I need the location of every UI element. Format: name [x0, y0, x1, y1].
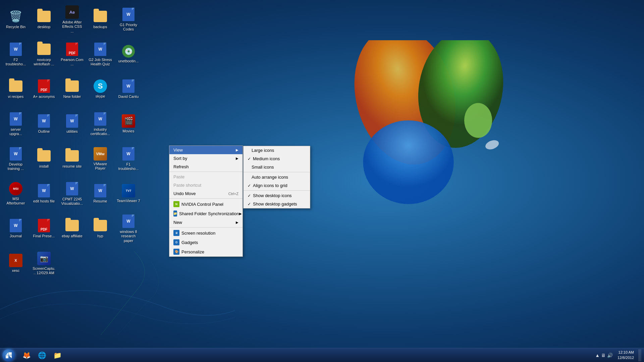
menu-label-gadgets: Gadgets [181, 240, 198, 245]
icon-label-install: install [39, 164, 49, 169]
icon-screencapture[interactable]: 📷 ScreenCaptu... 12/029 AM [31, 247, 57, 280]
menu-label-paste-shortcut: Paste shortcut [173, 183, 201, 188]
icon-g1-priority[interactable]: W G1 Priority Codes [115, 3, 142, 36]
personalize-icon: 🎨 [173, 249, 179, 255]
icon-journal[interactable]: W Journal [3, 212, 29, 245]
svg-point-3 [464, 103, 492, 138]
system-tray: ▲ 🖥 🔊 12:10 AM 12/8/2012 [592, 349, 644, 361]
menu-sep-1 [169, 172, 243, 172]
menu-item-personalize[interactable]: 🎨 Personalize [169, 247, 243, 256]
icon-industry-cert[interactable]: W industry certificatio... [87, 107, 113, 141]
menu-label-refresh: Refresh [173, 164, 189, 169]
submenu-label-align: Align icons to grid [253, 183, 287, 188]
icon-outline[interactable]: W Outline [31, 107, 57, 141]
icon-label-msi: MSI Afterburner [4, 197, 28, 205]
menu-label-undo: Undo Move [173, 191, 196, 196]
submenu-label-medium: Medium icons [253, 156, 280, 161]
icon-teamviewer[interactable]: TV7 TeamViewer 7 [115, 177, 142, 210]
submenu-item-medium-icons[interactable]: Medium icons [244, 155, 310, 163]
icon-vmware[interactable]: VMw VMware Player [87, 142, 113, 176]
icon-novicorp[interactable]: novicorp wintoflash ... [31, 38, 57, 71]
icon-backups[interactable]: backups [87, 3, 113, 36]
icon-label-develop: Develop training ... [4, 162, 28, 171]
icon-vi-recipes[interactable]: vi recipes [3, 72, 29, 106]
icon-david-cantu[interactable]: W David Cantu [115, 72, 142, 106]
submenu-item-show-gadgets[interactable]: Show desktop gadgets [244, 200, 310, 208]
menu-shortcut-undo: Ctrl+Z [228, 192, 238, 196]
start-button[interactable] [0, 349, 17, 362]
icon-f2-troubleshoot[interactable]: W F2 troublesho... [3, 38, 29, 71]
icon-movies[interactable]: 🎬 Movies [115, 107, 142, 141]
icon-label-david: David Cantu [118, 95, 139, 99]
submenu-item-large-icons[interactable]: Large icons [244, 146, 310, 155]
taskbar-ie[interactable]: 🌐 [35, 349, 49, 361]
icon-g2-job-stress[interactable]: W G2 Job Stress Health Quiz [87, 38, 113, 71]
menu-item-paste[interactable]: Paste [169, 173, 243, 181]
icon-xesc[interactable]: X xesc [3, 247, 29, 280]
icon-desktop[interactable]: desktop [31, 3, 57, 36]
icon-label-outline: Outline [38, 129, 50, 134]
icon-server-upgrade[interactable]: W server upgra... [3, 107, 29, 141]
icon-windows8-research[interactable]: W windows 8 research paper [115, 212, 142, 245]
icon-install[interactable]: install [31, 142, 57, 176]
menu-item-refresh[interactable]: Refresh [169, 163, 243, 171]
view-submenu: Large icons Medium icons Small icons Aut… [243, 146, 310, 208]
icon-hyp[interactable]: hyp [87, 212, 113, 245]
menu-item-undo-move[interactable]: Undo Move Ctrl+Z [169, 189, 243, 198]
firefox-icon: 🦊 [22, 351, 31, 359]
desktop-icons-area: 🗑️ Recycle Bin desktop Ae Adobe After Ef… [0, 0, 144, 285]
show-desktop-button[interactable] [639, 349, 641, 361]
menu-label-shared: Shared Folder Synchronization [179, 211, 239, 216]
icon-msi-afterburner[interactable]: MSI MSI Afterburner [3, 177, 29, 210]
icon-label-server: server upgra... [4, 127, 28, 136]
icon-recycle-bin[interactable]: 🗑️ Recycle Bin [3, 3, 29, 36]
icon-f1-troubleshoot[interactable]: W F1 troublesho... [115, 142, 142, 176]
tray-network[interactable]: 🖥 [601, 353, 606, 358]
icon-new-folder[interactable]: New folder [59, 72, 85, 106]
menu-item-screen-res[interactable]: 🖥 Screen resolution [169, 228, 243, 238]
menu-label-sort: Sort by [173, 156, 187, 161]
icon-unetbootin[interactable]: 💿 unetbootin... [115, 38, 142, 71]
tray-arrow[interactable]: ▲ [595, 353, 600, 358]
menu-item-sort-by[interactable]: Sort by ▶ [169, 154, 243, 163]
tray-volume[interactable]: 🔊 [607, 353, 613, 358]
icon-label-desktop: desktop [38, 25, 51, 29]
icon-aplus-acronyms[interactable]: PDF A+ acronyms [31, 72, 57, 106]
icon-label-xesc: xesc [12, 268, 20, 273]
submenu-label-show-gadgets: Show desktop gadgets [253, 201, 297, 206]
submenu-item-small-icons[interactable]: Small icons [244, 163, 310, 171]
icon-final-presentation[interactable]: PDF Final Prese... [31, 212, 57, 245]
icon-ebay-affiliate[interactable]: ebay affiliate [59, 212, 85, 245]
menu-item-nvidia[interactable]: N NVIDIA Control Panel [169, 199, 243, 209]
taskbar: 🦊 🌐 📁 ▲ 🖥 🔊 12:10 AM 12/8/2012 [0, 348, 644, 362]
icon-pearson[interactable]: PDF Pearson.Com... [59, 38, 85, 71]
nvidia-icon: N [173, 201, 179, 207]
menu-item-shared-folder[interactable]: 📁 Shared Folder Synchronization ▶ [169, 209, 243, 218]
icon-develop-training[interactable]: W Develop training ... [3, 142, 29, 176]
icon-label-resume-site: resume site [63, 164, 82, 169]
icon-skype[interactable]: S skype [87, 72, 113, 106]
taskbar-explorer[interactable]: 📁 [50, 349, 64, 361]
menu-item-gadgets[interactable]: ⚙ Gadgets [169, 238, 243, 247]
icon-label-edit-hosts: edit hosts file [33, 199, 55, 203]
menu-item-new[interactable]: New ▶ [169, 218, 243, 227]
gadgets-icon: ⚙ [173, 239, 179, 245]
icon-adobe-ae[interactable]: Ae Adobe After Effects CSS ... [59, 3, 85, 36]
icon-label-sc: ScreenCaptu... 12/029 AM [32, 266, 56, 275]
icon-resume[interactable]: W Resume [87, 177, 113, 210]
system-clock[interactable]: 12:10 AM 12/8/2012 [615, 350, 637, 360]
icon-edit-hosts[interactable]: W edit hosts file [31, 177, 57, 210]
taskbar-firefox[interactable]: 🦊 [19, 349, 34, 361]
icon-cpmt[interactable]: W CPMT 2245 Visualizatio... [59, 177, 85, 210]
submenu-item-align-grid[interactable]: Align icons to grid [244, 181, 310, 190]
icon-utilities[interactable]: W utilities [59, 107, 85, 141]
submenu-item-auto-arrange[interactable]: Auto arrange icons [244, 173, 310, 181]
menu-item-view[interactable]: View ▶ [169, 146, 243, 154]
submenu-item-show-desktop[interactable]: Show desktop icons [244, 191, 310, 200]
icon-label-skype: skype [96, 94, 105, 99]
icon-resume-site[interactable]: resume site [59, 142, 85, 176]
icon-label-hyp: hyp [97, 234, 103, 238]
icon-label-movies: Movies [123, 129, 135, 133]
icon-label-g2: G2 Job Stress Health Quiz [89, 58, 112, 66]
menu-item-paste-shortcut[interactable]: Paste shortcut [169, 181, 243, 189]
